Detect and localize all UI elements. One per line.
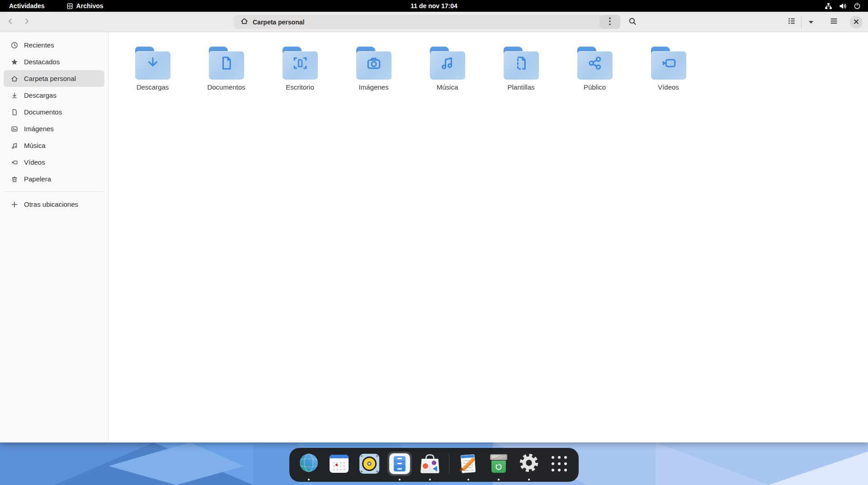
- sidebar-item-label: Música: [24, 142, 46, 149]
- camera-emblem-icon: [366, 55, 382, 73]
- folder-label: Imágenes: [359, 83, 389, 91]
- activities-button[interactable]: Actividades: [4, 0, 50, 12]
- dock-settings[interactable]: [517, 452, 541, 476]
- document-emblem-icon: [218, 55, 235, 73]
- dock-app-grid[interactable]: [547, 452, 571, 476]
- folder-label: Música: [437, 83, 458, 91]
- folder-videos[interactable]: Vídeos: [632, 47, 705, 91]
- dock-software[interactable]: [418, 452, 442, 476]
- calendar-icon: [330, 455, 349, 473]
- close-icon: [854, 18, 859, 26]
- web-browser-icon: [298, 452, 319, 475]
- split-button-divider: [801, 16, 802, 28]
- clock-icon: [11, 42, 18, 49]
- clock-button[interactable]: 11 de nov 17:04: [410, 2, 458, 10]
- list-view-button[interactable]: [785, 16, 798, 29]
- desktop-wallpaper: [0, 442, 868, 485]
- running-indicator: [399, 479, 401, 480]
- folder-label: Plantillas: [507, 83, 534, 91]
- app-grid-icon: [552, 456, 567, 471]
- file-cabinet-icon: [389, 453, 410, 474]
- sidebar-item-label: Descargas: [24, 91, 57, 99]
- dock-files[interactable]: [387, 452, 412, 476]
- sidebar-item-descargas[interactable]: Descargas: [4, 87, 104, 104]
- app-menu-button[interactable]: Archivos: [61, 0, 109, 12]
- gear-icon: [519, 452, 539, 475]
- sidebar-item-imagenes[interactable]: Imágenes: [4, 120, 104, 137]
- app-menu-label: Archivos: [76, 2, 104, 10]
- search-button[interactable]: [626, 15, 639, 29]
- list-view-icon: [788, 17, 796, 27]
- running-indicator: [308, 479, 310, 480]
- view-options-dropdown[interactable]: [805, 16, 817, 29]
- sidebar-item-otras-ubicaciones[interactable]: Otras ubicaciones: [4, 196, 104, 213]
- network-icon: [825, 3, 832, 10]
- sidebar-item-label: Vídeos: [24, 158, 45, 166]
- image-icon: [11, 125, 18, 133]
- sidebar-item-documentos[interactable]: Documentos: [4, 104, 104, 120]
- sidebar-item-videos[interactable]: Vídeos: [4, 154, 104, 171]
- running-indicator: [467, 479, 469, 480]
- dock-calendar[interactable]: [327, 452, 351, 476]
- sidebar-item-label: Destacados: [24, 58, 60, 66]
- hamburger-menu-icon: [830, 17, 838, 27]
- files-window: Carpeta personal: [0, 12, 868, 442]
- files-toolbar: Carpeta personal: [0, 12, 868, 32]
- forward-button[interactable]: [20, 15, 33, 29]
- folder-icon: [504, 47, 539, 80]
- folder-imagenes[interactable]: Imágenes: [337, 47, 410, 91]
- software-bag-icon: [420, 454, 439, 473]
- window-close-button[interactable]: [850, 16, 863, 29]
- sidebar-divider: [4, 191, 104, 192]
- path-bar[interactable]: Carpeta personal: [234, 15, 620, 29]
- home-icon: [241, 17, 248, 27]
- trash-bin-icon: [490, 454, 508, 473]
- search-icon: [628, 17, 637, 28]
- sidebar-item-destacados[interactable]: Destacados: [4, 53, 104, 70]
- desktop-screen: Actividades Archivos 11 de nov 17:04: [0, 0, 868, 485]
- folder-publico[interactable]: Público: [558, 47, 632, 91]
- sidebar-item-recientes[interactable]: Recientes: [4, 37, 104, 53]
- path-label: Carpeta personal: [253, 19, 304, 26]
- plus-icon: [11, 201, 18, 208]
- dock-music-player[interactable]: [357, 452, 382, 476]
- folder-musica[interactable]: Música: [410, 47, 484, 91]
- folder-icon: [430, 47, 465, 80]
- toolbar-right-group: [785, 15, 863, 29]
- speaker-icon: [359, 454, 379, 474]
- music-emblem-icon: [439, 55, 456, 73]
- folder-descargas[interactable]: Descargas: [116, 47, 189, 91]
- download-icon: [11, 92, 18, 99]
- back-button[interactable]: [4, 15, 17, 29]
- video-emblem-icon: [660, 55, 677, 73]
- sidebar-item-carpeta-personal[interactable]: Carpeta personal: [4, 70, 104, 87]
- sidebar-item-papelera[interactable]: Papelera: [4, 171, 104, 187]
- video-camera-icon: [11, 159, 18, 166]
- system-status-area[interactable]: [825, 2, 868, 10]
- dock: [289, 448, 579, 482]
- chevron-left-icon: [6, 17, 14, 27]
- running-indicator: [429, 479, 431, 480]
- folder-plantillas[interactable]: Plantillas: [484, 47, 558, 91]
- main-menu-button[interactable]: [827, 16, 840, 29]
- chevron-right-icon: [23, 17, 31, 27]
- dock-trash[interactable]: [486, 452, 511, 476]
- kebab-menu-icon: [609, 17, 611, 27]
- sidebar: Recientes Destacados Carpeta personal De…: [0, 32, 108, 442]
- music-icon: [11, 142, 18, 149]
- folder-documentos[interactable]: Documentos: [189, 47, 263, 91]
- share-emblem-icon: [587, 55, 603, 73]
- folder-label: Público: [584, 83, 606, 91]
- path-options-button[interactable]: [599, 15, 620, 29]
- download-emblem-icon: [145, 55, 161, 73]
- volume-icon: [839, 3, 847, 10]
- sidebar-item-musica[interactable]: Música: [4, 137, 104, 154]
- desktop-emblem-icon: [292, 55, 308, 73]
- dock-text-editor[interactable]: [456, 452, 481, 476]
- folder-escritorio[interactable]: Escritorio: [263, 47, 337, 91]
- running-indicator: [498, 479, 500, 480]
- home-icon: [11, 75, 18, 82]
- dock-web-browser[interactable]: [297, 452, 321, 476]
- document-icon: [11, 109, 18, 116]
- trash-icon: [11, 176, 18, 183]
